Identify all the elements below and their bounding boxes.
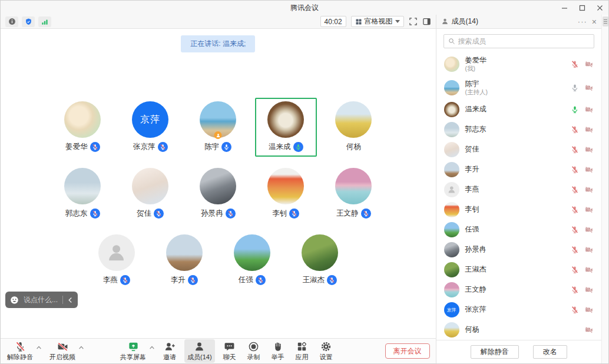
invite-label: 邀请 bbox=[163, 353, 176, 362]
meeting-info-icon[interactable] bbox=[5, 16, 18, 27]
close-panel-icon[interactable]: × bbox=[592, 17, 597, 27]
member-mic-muted-icon bbox=[571, 166, 579, 174]
participant-tile[interactable]: 温来成 bbox=[255, 98, 317, 157]
member-row[interactable]: 孙景冉 bbox=[436, 240, 601, 260]
member-row[interactable]: 任强 bbox=[436, 220, 601, 240]
panel-unmute-button[interactable]: 解除静音 bbox=[471, 345, 519, 359]
avatar bbox=[98, 234, 135, 271]
participant-name: 任强 bbox=[239, 275, 253, 285]
participant-tile[interactable]: 李燕 bbox=[85, 231, 147, 290]
avatar bbox=[444, 202, 459, 217]
member-camera-off-icon bbox=[584, 125, 594, 134]
apps-label: 应用 bbox=[296, 353, 309, 362]
member-row[interactable]: 李燕 bbox=[436, 180, 601, 200]
network-signal-icon[interactable] bbox=[38, 16, 51, 27]
member-row[interactable]: 李升 bbox=[436, 160, 601, 180]
rename-button[interactable]: 改名 bbox=[533, 345, 567, 359]
participant-name: 郭志东 bbox=[65, 209, 88, 219]
participant-name: 李升 bbox=[171, 275, 186, 285]
member-row[interactable]: 贺佳 bbox=[436, 140, 601, 160]
member-row[interactable]: 王淑杰 bbox=[436, 260, 601, 280]
maximize-button[interactable] bbox=[573, 1, 591, 15]
participant-tile[interactable]: 李升 bbox=[153, 231, 215, 290]
raise-hand-button[interactable]: 举手 bbox=[269, 339, 287, 363]
avatar bbox=[444, 222, 459, 237]
sidebar-toggle-icon[interactable] bbox=[422, 17, 431, 26]
fullscreen-icon[interactable] bbox=[409, 17, 418, 26]
avatar bbox=[200, 168, 236, 204]
participant-tile[interactable]: 姜爱华 bbox=[52, 98, 114, 157]
member-row[interactable]: 陈宇(主持人) bbox=[436, 76, 601, 100]
participant-name: 孙景冉 bbox=[201, 209, 223, 219]
avatar bbox=[444, 80, 459, 95]
chat-input-placeholder[interactable]: 说点什么... bbox=[24, 295, 58, 305]
members-button[interactable]: 成员(14) bbox=[184, 339, 215, 363]
record-icon bbox=[248, 340, 259, 352]
participant-tile[interactable]: 孙景冉 bbox=[187, 164, 249, 223]
participant-tile[interactable]: 郭志东 bbox=[52, 164, 114, 223]
participant-tile[interactable]: 任强 bbox=[221, 231, 283, 290]
emoji-icon[interactable] bbox=[10, 296, 19, 305]
member-search-input[interactable] bbox=[458, 37, 590, 45]
member-camera-off-icon bbox=[584, 266, 594, 274]
mic-muted-icon bbox=[289, 209, 299, 219]
participant-tile[interactable]: 王文静 bbox=[323, 164, 385, 223]
member-mic-muted-icon bbox=[571, 60, 579, 68]
more-options-icon[interactable]: ··· bbox=[578, 17, 587, 26]
active-speaker-banner: 正在讲话: 温来成; bbox=[181, 35, 255, 52]
security-shield-icon[interactable] bbox=[22, 16, 35, 27]
leave-meeting-button[interactable]: 离开会议 bbox=[385, 343, 430, 359]
mic-speaking-icon bbox=[293, 142, 303, 152]
member-row[interactable]: 李钊 bbox=[436, 200, 601, 220]
apps-button[interactable]: 应用 bbox=[293, 339, 312, 363]
avatar bbox=[234, 234, 270, 271]
member-row[interactable]: 京萍张京萍 bbox=[436, 300, 601, 320]
member-row[interactable]: 姜爱华(我) bbox=[436, 52, 601, 76]
member-mic-muted-icon bbox=[571, 306, 579, 314]
mic-muted-icon bbox=[120, 275, 130, 285]
record-button[interactable]: 录制 bbox=[244, 339, 263, 363]
participant-tile[interactable]: 李钊 bbox=[255, 164, 317, 223]
start-video-label: 开启视频 bbox=[49, 353, 75, 362]
start-video-button[interactable]: 开启视频 bbox=[47, 339, 78, 363]
member-row[interactable]: 郭志东 bbox=[436, 120, 601, 140]
grid-row: 姜爱华京萍张京萍陈宇温来成何杨 bbox=[52, 98, 385, 157]
divider bbox=[62, 296, 63, 304]
chevron-down-icon bbox=[395, 20, 400, 23]
member-mic-speaking-icon bbox=[571, 105, 579, 114]
app-window: 腾讯会议 bbox=[0, 0, 609, 364]
layout-view-button[interactable]: 宫格视图 bbox=[351, 16, 404, 27]
participant-tile[interactable]: 王淑杰 bbox=[289, 231, 350, 290]
avatar bbox=[267, 168, 304, 204]
participant-name: 贺佳 bbox=[137, 209, 151, 219]
invite-button[interactable]: 邀请 bbox=[160, 339, 179, 363]
video-options-chevron-icon[interactable] bbox=[78, 343, 84, 352]
member-row[interactable]: 温来成 bbox=[436, 100, 601, 120]
member-name: 陈宇 bbox=[465, 80, 570, 88]
member-row[interactable]: 何杨 bbox=[436, 320, 601, 340]
invite-icon bbox=[164, 340, 176, 352]
avatar bbox=[335, 168, 372, 204]
chat-button[interactable]: 聊天 bbox=[220, 339, 239, 363]
participant-name: 王淑杰 bbox=[303, 275, 325, 285]
mic-options-chevron-icon[interactable] bbox=[36, 343, 42, 352]
member-row[interactable]: 王文静 bbox=[436, 280, 601, 300]
minimize-button[interactable] bbox=[555, 1, 573, 15]
collapse-chat-icon[interactable] bbox=[68, 297, 73, 303]
grid-view-icon bbox=[355, 18, 362, 25]
participant-tile[interactable]: 陈宇 bbox=[187, 98, 249, 157]
member-camera-off-icon bbox=[584, 145, 594, 154]
close-button[interactable] bbox=[591, 1, 608, 15]
share-options-chevron-icon[interactable] bbox=[149, 343, 155, 352]
settings-button[interactable]: 设置 bbox=[317, 339, 336, 363]
avatar bbox=[267, 101, 304, 138]
members-icon bbox=[194, 340, 205, 352]
participant-tile[interactable]: 何杨 bbox=[323, 98, 385, 157]
participant-name: 姜爱华 bbox=[65, 142, 88, 152]
share-screen-button[interactable]: 共享屏幕 bbox=[117, 339, 149, 363]
participant-tile[interactable]: 京萍张京萍 bbox=[120, 98, 181, 157]
panel-handle-icon[interactable] bbox=[603, 16, 608, 27]
grid-row: 李燕李升任强王淑杰 bbox=[85, 231, 350, 290]
participant-tile[interactable]: 贺佳 bbox=[120, 164, 181, 223]
unmute-button[interactable]: 解除静音 bbox=[4, 339, 36, 363]
